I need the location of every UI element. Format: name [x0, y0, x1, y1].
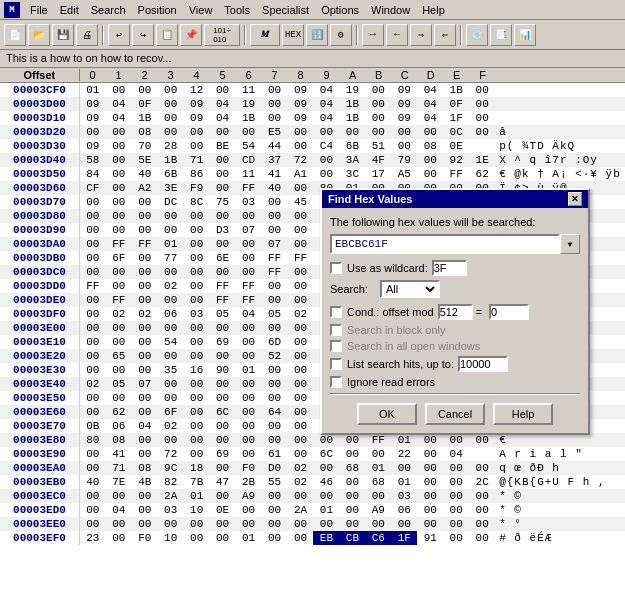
- search-value-input[interactable]: [330, 234, 560, 254]
- ignore-errors-label: Ignore read errors: [347, 376, 435, 388]
- redo-btn[interactable]: ↪: [132, 24, 154, 46]
- menu-help[interactable]: Help: [416, 3, 451, 17]
- menu-bar: M File Edit Search Position View Tools S…: [0, 0, 625, 20]
- find-dialog: Find Hex Values ✕ The following hex valu…: [320, 188, 590, 435]
- list-hits-row: List search hits, up to:: [330, 356, 580, 372]
- menu-specialist[interactable]: Specialist: [256, 3, 315, 17]
- ignore-errors-row: Ignore read errors: [330, 376, 580, 388]
- dialog-titlebar: Find Hex Values ✕: [322, 190, 588, 208]
- hex-editor: Offset 0 1 2 3 4 5 6 7 8 9 A B C D E F 0…: [0, 68, 625, 600]
- arrow-left[interactable]: ←: [386, 24, 408, 46]
- search-select[interactable]: All Forward Backward: [380, 280, 440, 298]
- menu-file[interactable]: File: [24, 3, 54, 17]
- dialog-close-button[interactable]: ✕: [568, 192, 582, 206]
- wildcard-label: Use as wildcard:: [347, 262, 428, 274]
- search-value-dropdown[interactable]: ▼: [560, 234, 580, 254]
- tool4[interactable]: ⚙: [330, 24, 352, 46]
- cond-result-input[interactable]: [489, 304, 529, 320]
- disk-btn[interactable]: 💿: [466, 24, 488, 46]
- menu-view[interactable]: View: [183, 3, 219, 17]
- calc-btn[interactable]: 🔢: [306, 24, 328, 46]
- menu-window[interactable]: Window: [365, 3, 416, 17]
- menu-search[interactable]: Search: [85, 3, 132, 17]
- list-hits-label: List search hits, up to:: [347, 358, 454, 370]
- dialog-title: Find Hex Values: [328, 193, 412, 205]
- search-block-label: Search in block only: [347, 324, 445, 336]
- wildcard-checkbox[interactable]: [330, 262, 342, 274]
- save-btn[interactable]: 💾: [52, 24, 74, 46]
- sep4: [460, 25, 462, 45]
- search-all-windows-checkbox[interactable]: [330, 340, 342, 352]
- cond-mod-input[interactable]: [438, 304, 473, 320]
- search-all-row: Search: All Forward Backward: [330, 280, 580, 298]
- cond-label: Cond.: offset mod: [347, 306, 434, 318]
- status-bar: This is a how to on how to recov...: [0, 50, 625, 68]
- ignore-errors-checkbox[interactable]: [330, 376, 342, 388]
- cancel-button[interactable]: Cancel: [425, 403, 485, 425]
- wildcard-row: Use as wildcard:: [330, 260, 580, 276]
- equals-sign: =: [476, 306, 482, 318]
- open-btn[interactable]: 📂: [28, 24, 50, 46]
- search-label: Search:: [330, 283, 380, 295]
- sep1: [102, 25, 104, 45]
- copy-btn[interactable]: 📋: [156, 24, 178, 46]
- misc-btn[interactable]: 📊: [514, 24, 536, 46]
- ok-button[interactable]: OK: [357, 403, 417, 425]
- arrow-right[interactable]: →: [362, 24, 384, 46]
- search-value-row: ▼: [330, 234, 580, 254]
- status-text: This is a how to on how to recov...: [6, 52, 171, 64]
- help-button[interactable]: Help: [493, 403, 553, 425]
- undo-btn[interactable]: ↩: [108, 24, 130, 46]
- hex-btn[interactable]: HEX: [282, 24, 304, 46]
- menu-options[interactable]: Options: [315, 3, 365, 17]
- cond-checkbox[interactable]: [330, 306, 342, 318]
- arrow2[interactable]: ⇒: [410, 24, 432, 46]
- sep2: [244, 25, 246, 45]
- dialog-description: The following hex values will be searche…: [330, 216, 580, 228]
- find-btn[interactable]: 𝑴: [250, 24, 280, 46]
- copy2-btn[interactable]: 📑: [490, 24, 512, 46]
- menu-position[interactable]: Position: [132, 3, 183, 17]
- size-indicator: 101÷010: [204, 24, 240, 46]
- app-icon: M: [4, 2, 20, 18]
- dialog-divider: [330, 393, 580, 395]
- search-all-windows-label: Search in all open windows: [347, 340, 480, 352]
- arrow3[interactable]: ⇐: [434, 24, 456, 46]
- search-all-windows-row: Search in all open windows: [330, 340, 580, 352]
- wildcard-input[interactable]: [432, 260, 467, 276]
- menu-edit[interactable]: Edit: [54, 3, 85, 17]
- dialog-buttons: OK Cancel Help: [330, 403, 580, 425]
- dialog-overlay: Find Hex Values ✕ The following hex valu…: [0, 68, 625, 600]
- list-hits-checkbox[interactable]: [330, 358, 342, 370]
- dialog-body: The following hex values will be searche…: [322, 208, 588, 433]
- list-hits-input[interactable]: [458, 356, 508, 372]
- toolbar: 📄 📂 💾 🖨 ↩ ↪ 📋 📌 101÷010 𝑴 HEX 🔢 ⚙ → ← ⇒ …: [0, 20, 625, 50]
- paste-btn[interactable]: 📌: [180, 24, 202, 46]
- search-block-checkbox[interactable]: [330, 324, 342, 336]
- new-btn[interactable]: 📄: [4, 24, 26, 46]
- search-block-row: Search in block only: [330, 324, 580, 336]
- menu-tools[interactable]: Tools: [218, 3, 256, 17]
- cond-row: Cond.: offset mod =: [330, 304, 580, 320]
- sep3: [356, 25, 358, 45]
- print-btn[interactable]: 🖨: [76, 24, 98, 46]
